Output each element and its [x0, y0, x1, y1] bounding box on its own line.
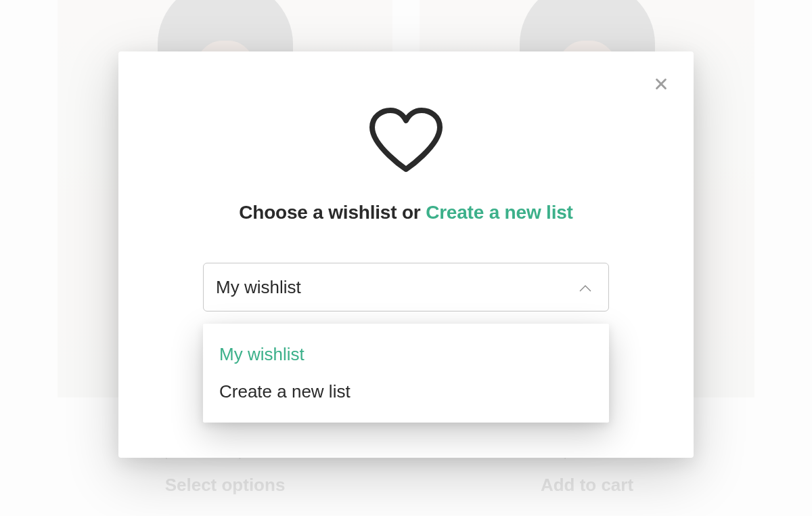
heart-icon	[365, 107, 447, 175]
dropdown-option[interactable]: My wishlist	[203, 336, 609, 373]
modal-heading: Choose a wishlist or Create a new list	[239, 202, 572, 223]
chevron-up-icon	[579, 283, 592, 291]
heading-text: Choose a wishlist or	[239, 202, 426, 223]
close-button[interactable]	[652, 74, 671, 93]
create-new-list-link[interactable]: Create a new list	[426, 202, 573, 223]
wishlist-select-trigger[interactable]: My wishlist	[203, 263, 609, 311]
close-icon	[654, 77, 669, 91]
dropdown-option[interactable]: Create a new list	[203, 373, 609, 410]
selected-value: My wishlist	[216, 277, 301, 298]
wishlist-select: My wishlist My wishlist Create a new lis…	[203, 263, 609, 311]
wishlist-dropdown: My wishlist Create a new list	[203, 324, 609, 423]
wishlist-modal: Choose a wishlist or Create a new list M…	[118, 51, 694, 458]
